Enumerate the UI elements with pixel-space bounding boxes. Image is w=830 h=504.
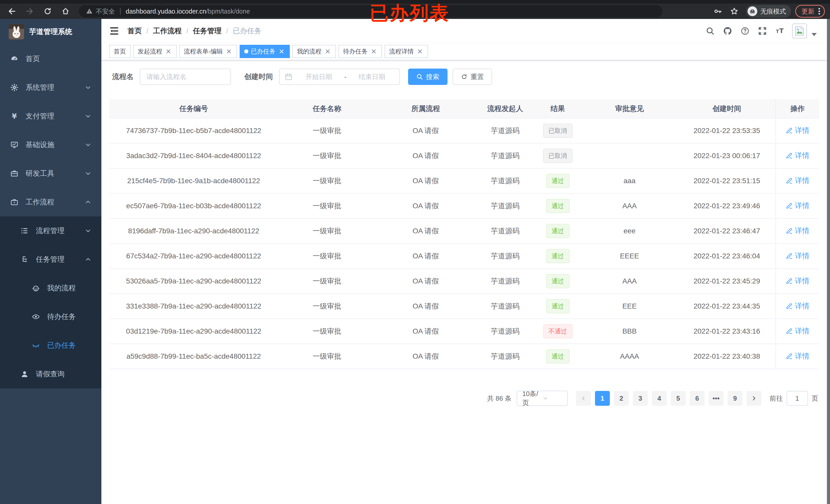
close-icon[interactable] bbox=[165, 48, 172, 55]
more-pages-button[interactable]: ••• bbox=[709, 391, 724, 406]
avatar[interactable] bbox=[792, 24, 807, 38]
gear-icon bbox=[10, 83, 19, 92]
close-icon[interactable] bbox=[278, 48, 285, 55]
cell-result: 通过 bbox=[535, 344, 581, 369]
list-tree-icon bbox=[21, 227, 29, 235]
page-size-select[interactable]: 10条/页 bbox=[517, 391, 568, 406]
cell-created: 2022-01-22 23:46:47 bbox=[678, 219, 776, 243]
prev-page-button[interactable] bbox=[576, 391, 591, 406]
page-button-9[interactable]: 9 bbox=[728, 391, 742, 406]
help-icon[interactable] bbox=[739, 25, 751, 37]
browser-update-button[interactable]: 更新 bbox=[795, 5, 825, 18]
home-icon[interactable] bbox=[59, 5, 72, 18]
tab-my-process[interactable]: 我的流程 bbox=[292, 45, 336, 58]
password-key-icon[interactable] bbox=[711, 5, 725, 18]
tab-home[interactable]: 首页 bbox=[109, 45, 131, 58]
sidebar-item-devtools[interactable]: 研发工具 bbox=[0, 159, 101, 188]
detail-link[interactable]: 详情 bbox=[786, 201, 809, 210]
close-icon[interactable] bbox=[370, 48, 377, 55]
reload-icon[interactable] bbox=[41, 5, 54, 18]
detail-link[interactable]: 详情 bbox=[786, 276, 809, 286]
chevron-down-icon bbox=[85, 170, 91, 176]
sidebar-logo[interactable]: 芋道管理系统 bbox=[0, 19, 101, 44]
cell-comment: EEEE bbox=[581, 243, 678, 269]
sidebar-item-process-management[interactable]: 流程管理 bbox=[0, 216, 101, 245]
cell-comment: aaa bbox=[581, 168, 678, 193]
cell-starter: 芋道源码 bbox=[476, 344, 535, 369]
sidebar-item-leave-query[interactable]: 请假查询 bbox=[0, 360, 101, 389]
github-icon[interactable] bbox=[722, 25, 734, 37]
breadcrumb: 首页 / 工作流程 / 任务管理 / 已办任务 bbox=[127, 26, 261, 36]
detail-link[interactable]: 详情 bbox=[786, 301, 809, 311]
cell-actions: 详情 bbox=[776, 219, 819, 243]
caret-down-icon[interactable] bbox=[811, 33, 817, 36]
detail-link[interactable]: 详情 bbox=[786, 326, 809, 336]
sidebar-item-system[interactable]: 系统管理 bbox=[0, 73, 101, 102]
goto-page-input[interactable] bbox=[787, 391, 808, 406]
search-button[interactable]: 搜索 bbox=[408, 69, 448, 85]
cell-comment: AAA bbox=[581, 269, 678, 294]
close-icon[interactable] bbox=[324, 48, 331, 55]
process-name-input[interactable] bbox=[147, 73, 224, 81]
sidebar-menu: 首页 系统管理 ¥ 支付管理 bbox=[0, 44, 101, 389]
tab-form-edit[interactable]: 流程表单-编辑 bbox=[179, 45, 237, 58]
next-page-button[interactable] bbox=[746, 391, 761, 406]
bookmark-star-icon[interactable] bbox=[728, 5, 741, 18]
tab-done-tasks[interactable]: 已办任务 bbox=[240, 45, 290, 58]
page-button-2[interactable]: 2 bbox=[614, 391, 629, 406]
browser-menu-icon[interactable] bbox=[818, 7, 821, 15]
sidebar-item-done-tasks[interactable]: 已办任务 bbox=[0, 331, 101, 360]
create-time-range-picker[interactable]: 开始日期 - 结束日期 bbox=[279, 69, 400, 85]
tab-start-process[interactable]: 发起流程 bbox=[133, 45, 177, 58]
update-label[interactable]: 更新 bbox=[802, 7, 815, 15]
breadcrumb-separator: / bbox=[226, 27, 228, 35]
fullscreen-icon[interactable] bbox=[756, 25, 769, 37]
sidebar-item-task-management[interactable]: 任务管理 bbox=[0, 245, 101, 274]
page-button-6[interactable]: 6 bbox=[690, 391, 705, 406]
sidebar-item-label: 研发工具 bbox=[26, 169, 54, 178]
page-button-5[interactable]: 5 bbox=[671, 391, 685, 406]
reset-button[interactable]: 重置 bbox=[453, 69, 492, 85]
end-date-placeholder[interactable]: 结束日期 bbox=[349, 72, 394, 81]
col-starter: 流程发起人 bbox=[476, 99, 535, 118]
sidebar-item-todo-tasks[interactable]: 待办任务 bbox=[0, 302, 101, 331]
detail-link[interactable]: 详情 bbox=[786, 251, 809, 261]
screen: 不安全 dashboard.yudao.iocoder.cn /bpm/task… bbox=[0, 0, 830, 504]
chevron-down-icon bbox=[85, 142, 91, 148]
sidebar-item-home[interactable]: 首页 bbox=[0, 44, 101, 73]
detail-link[interactable]: 详情 bbox=[786, 176, 809, 186]
page-button-4[interactable]: 4 bbox=[652, 391, 667, 406]
close-icon[interactable] bbox=[416, 48, 423, 55]
user-icon bbox=[21, 370, 29, 378]
detail-link[interactable]: 详情 bbox=[786, 351, 809, 361]
cell-actions: 详情 bbox=[776, 319, 819, 344]
security-label[interactable]: 不安全 bbox=[96, 7, 115, 15]
cell-task-name: 一级审批 bbox=[278, 143, 376, 168]
breadcrumb-item-home[interactable]: 首页 bbox=[127, 26, 142, 36]
back-icon[interactable] bbox=[5, 5, 19, 18]
detail-link[interactable]: 详情 bbox=[786, 126, 809, 135]
sidebar-item-payment[interactable]: ¥ 支付管理 bbox=[0, 102, 101, 131]
page-button-1[interactable]: 1 bbox=[595, 391, 610, 406]
start-date-placeholder[interactable]: 开始日期 bbox=[296, 72, 341, 81]
page-button-3[interactable]: 3 bbox=[633, 391, 648, 406]
search-icon[interactable] bbox=[704, 25, 716, 37]
forward-icon[interactable] bbox=[23, 5, 36, 18]
tab-todo-tasks[interactable]: 待办任务 bbox=[339, 45, 382, 58]
font-size-icon[interactable]: TT bbox=[774, 25, 786, 37]
sidebar-item-my-process[interactable]: 我的流程 bbox=[0, 274, 101, 302]
breadcrumb-item-task-management[interactable]: 任务管理 bbox=[193, 26, 222, 36]
window-edge-scrollbar[interactable] bbox=[827, 19, 830, 504]
detail-link[interactable]: 详情 bbox=[786, 151, 809, 160]
search-icon bbox=[416, 73, 423, 80]
close-icon[interactable] bbox=[225, 48, 232, 55]
edit-pencil-icon bbox=[786, 277, 793, 284]
cell-task-name: 一级审批 bbox=[278, 219, 376, 243]
breadcrumb-item-workflow[interactable]: 工作流程 bbox=[153, 26, 182, 36]
sidebar-collapse-icon[interactable] bbox=[109, 26, 119, 36]
tab-process-detail[interactable]: 流程详情 bbox=[385, 45, 428, 58]
sidebar-item-infrastructure[interactable]: 基础设施 bbox=[0, 131, 101, 159]
cell-comment: AAAA bbox=[581, 344, 678, 369]
sidebar-item-workflow[interactable]: 工作流程 bbox=[0, 188, 101, 216]
detail-link[interactable]: 详情 bbox=[786, 226, 809, 236]
